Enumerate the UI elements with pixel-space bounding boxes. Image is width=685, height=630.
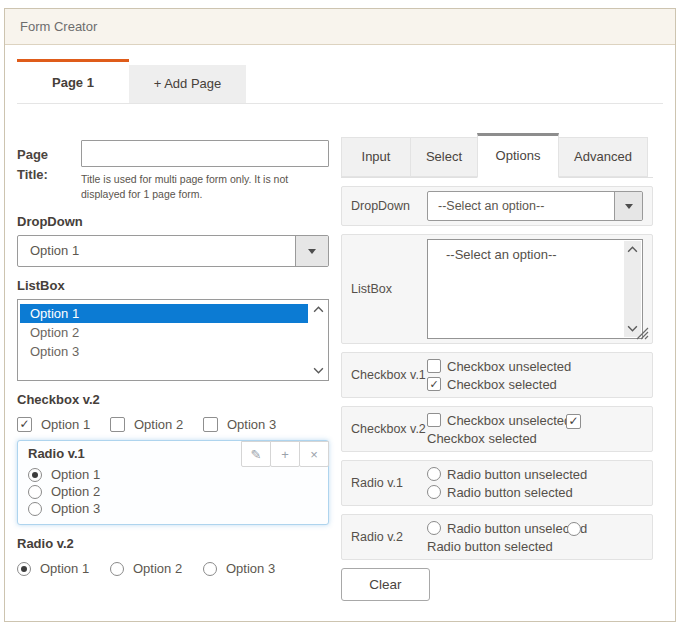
checkbox-option[interactable]: Option 2 xyxy=(110,417,203,432)
radio-option[interactable]: Option 1 xyxy=(17,561,110,576)
palette-row-radio-v1[interactable]: Radio v.1 Radio button unselected Radio … xyxy=(341,460,653,506)
radio-v1-hover-block[interactable]: Radio v.1 ✎ + × Option 1 Option 2 xyxy=(17,440,329,525)
clear-button[interactable]: Clear xyxy=(341,568,430,601)
palette-row-label: Radio v.1 xyxy=(351,476,427,490)
tab-input[interactable]: Input xyxy=(341,137,411,177)
radio-selected-icon[interactable] xyxy=(17,562,31,576)
scroll-up-icon[interactable] xyxy=(627,246,638,253)
palette-row-checkbox-v1[interactable]: Checkbox v.1 Checkbox unselected ✓ Check… xyxy=(341,352,653,398)
checkbox-option[interactable]: Option 3 xyxy=(203,417,296,432)
radio-selected-icon[interactable] xyxy=(28,468,42,482)
palette-listbox-value: --Select an option-- xyxy=(428,240,642,262)
checkbox-unchecked-icon[interactable] xyxy=(427,413,441,427)
checkbox-sample[interactable]: ✓ Checkbox selected xyxy=(427,375,643,393)
tab-select[interactable]: Select xyxy=(410,137,478,177)
radio-option[interactable]: Option 2 xyxy=(110,561,203,576)
radio-sample[interactable]: Radio button selected xyxy=(427,537,643,555)
checkbox-sample[interactable]: Checkbox selected xyxy=(427,429,643,447)
resize-grip-icon[interactable] xyxy=(636,327,649,340)
listbox-scrollbar[interactable] xyxy=(310,301,327,379)
palette-listbox[interactable]: --Select an option-- xyxy=(427,239,643,339)
dropdown-arrow-button[interactable] xyxy=(614,192,642,220)
close-icon: × xyxy=(310,447,318,462)
radio-option[interactable]: Option 2 xyxy=(28,483,318,500)
listbox-scrollbar[interactable] xyxy=(624,241,641,337)
radio-v2-options: Option 1 Option 2 Option 3 xyxy=(17,561,329,576)
dropdown-select[interactable]: Option 1 xyxy=(17,235,329,267)
radio-option[interactable]: Option 3 xyxy=(203,561,296,576)
palette-row-content: --Select an option-- xyxy=(427,191,643,221)
checkbox-option-label: Option 1 xyxy=(41,417,90,432)
radio-sample[interactable]: Radio button unselected xyxy=(427,465,643,483)
dropdown-group-label: DropDown xyxy=(17,214,329,229)
sample-label: Checkbox unselected xyxy=(447,359,571,374)
checkbox-option[interactable]: ✓ Option 1 xyxy=(17,417,110,432)
palette-row-radio-v2[interactable]: Radio v.2 Radio button unselected Radio … xyxy=(341,514,653,560)
listbox-option[interactable]: Option 2 xyxy=(20,323,308,342)
listbox-group-label: ListBox xyxy=(17,278,329,293)
palette-dropdown-select[interactable]: --Select an option-- xyxy=(427,191,643,221)
checkbox-unchecked-icon[interactable] xyxy=(427,359,441,373)
checkbox-unchecked-icon[interactable] xyxy=(203,417,218,432)
page-title-input[interactable] xyxy=(81,140,329,167)
edit-button[interactable]: ✎ xyxy=(241,441,271,467)
palette-row-content: Checkbox unselected ✓ Checkbox selected xyxy=(427,357,643,393)
checkbox-checked-icon[interactable]: ✓ xyxy=(566,414,581,429)
tab-advanced[interactable]: Advanced xyxy=(558,137,648,177)
checkbox-checked-icon[interactable]: ✓ xyxy=(17,417,32,432)
page-title-label-line2: Title: xyxy=(17,165,81,185)
radio-option[interactable]: Option 1 xyxy=(28,466,318,483)
radio-option[interactable]: Option 3 xyxy=(28,500,318,517)
palette-column: Input Select Options Advanced DropDown -… xyxy=(341,104,653,601)
dropdown-arrow-button[interactable] xyxy=(295,236,328,266)
page-title-field: Page Title: Title is used for multi page… xyxy=(17,140,329,201)
tab-options[interactable]: Options xyxy=(477,133,559,178)
palette-row-label: DropDown xyxy=(351,199,427,213)
sample-label: Radio button selected xyxy=(447,485,573,500)
radio-unselected-icon[interactable] xyxy=(110,562,124,576)
listbox-option[interactable]: Option 3 xyxy=(20,342,308,361)
listbox-option[interactable]: Option 1 xyxy=(20,304,308,323)
palette-row-label: Radio v.2 xyxy=(351,530,427,544)
form-creator-panel: Form Creator Page 1 + Add Page Page Titl… xyxy=(4,8,676,622)
tab-page-1[interactable]: Page 1 xyxy=(17,59,129,103)
radio-unselected-icon[interactable] xyxy=(28,485,42,499)
palette-row-listbox[interactable]: ListBox --Select an option-- xyxy=(341,234,653,344)
radio-unselected-icon[interactable] xyxy=(567,522,581,536)
palette-row-checkbox-v2[interactable]: Checkbox v.2 Checkbox unselected Checkbo… xyxy=(341,406,653,452)
palette-row-label: Checkbox v.1 xyxy=(351,368,427,382)
radio-unselected-icon[interactable] xyxy=(427,467,441,481)
checkbox-option-label: Option 3 xyxy=(227,417,276,432)
checkbox-sample[interactable]: Checkbox unselected xyxy=(427,411,643,429)
checkbox-checked-icon[interactable]: ✓ xyxy=(427,377,441,391)
page-title-help: Title is used for multi page form only. … xyxy=(81,172,329,201)
palette-row-content: Radio button unselected Radio button sel… xyxy=(427,519,643,555)
scroll-down-icon[interactable] xyxy=(313,367,324,374)
palette-row-content: Checkbox unselected Checkbox selected ✓ xyxy=(427,411,643,447)
palette-row-content: Radio button unselected Radio button sel… xyxy=(427,465,643,501)
palette-tab-bar: Input Select Options Advanced xyxy=(341,133,653,178)
sample-label: Checkbox selected xyxy=(447,377,557,392)
caret-down-icon xyxy=(625,204,633,213)
radio-sample[interactable]: Radio button unselected xyxy=(427,519,643,537)
sample-label: Radio button selected xyxy=(427,539,553,554)
checkbox-sample[interactable]: Checkbox unselected xyxy=(427,357,643,375)
panel-title: Form Creator xyxy=(5,9,675,45)
add-button[interactable]: + xyxy=(270,441,300,467)
checkbox-option-label: Option 2 xyxy=(134,417,183,432)
radio-sample[interactable]: Radio button selected xyxy=(427,483,643,501)
radio-unselected-icon[interactable] xyxy=(28,502,42,516)
palette-row-content: --Select an option-- xyxy=(427,239,643,339)
radio-option-label: Option 3 xyxy=(51,501,100,516)
add-page-tab[interactable]: + Add Page xyxy=(129,65,246,103)
radio-unselected-icon[interactable] xyxy=(427,485,441,499)
radio-v2-group-label: Radio v.2 xyxy=(17,536,329,551)
delete-button[interactable]: × xyxy=(299,441,329,467)
palette-row-dropdown[interactable]: DropDown --Select an option-- xyxy=(341,186,653,226)
radio-unselected-icon[interactable] xyxy=(427,521,441,535)
scroll-up-icon[interactable] xyxy=(313,306,324,313)
checkbox-unchecked-icon[interactable] xyxy=(110,417,125,432)
listbox[interactable]: Option 1 Option 2 Option 3 xyxy=(17,299,329,381)
radio-unselected-icon[interactable] xyxy=(203,562,217,576)
radio-v1-options: Option 1 Option 2 Option 3 xyxy=(28,466,318,517)
